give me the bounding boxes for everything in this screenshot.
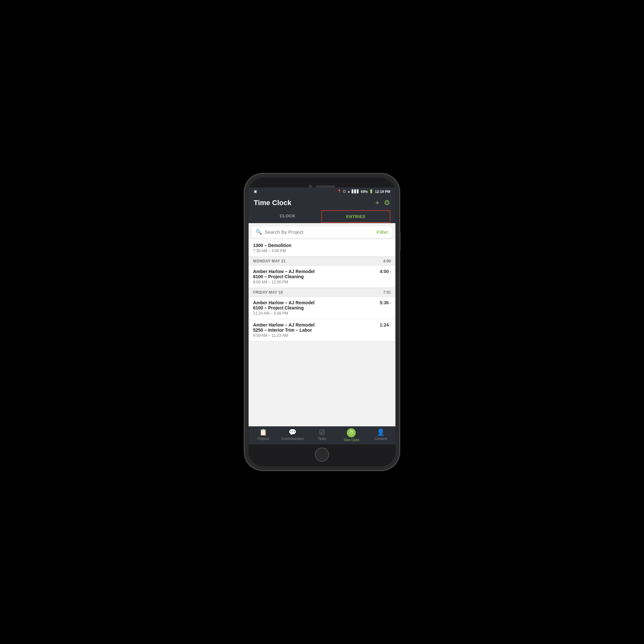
projects-label: Projects	[258, 437, 269, 440]
entry-subtitle: 6100 – Project Cleaning	[253, 274, 380, 279]
entry-info: Amber Harlow – AJ Remodel 6100 – Project…	[253, 300, 380, 316]
entry-title: Amber Harlow – AJ Remodel	[253, 322, 380, 327]
volume-button	[399, 232, 401, 251]
section-date-monday: MONDAY MAY 21	[253, 259, 286, 263]
entry-info: Amber Harlow – AJ Remodel 6100 – Project…	[253, 269, 380, 284]
entry-time: 8:00 AM – 12:00 PM	[253, 280, 380, 284]
nav-item-communication[interactable]: 💬 Communication	[278, 428, 307, 442]
section-header-monday: MONDAY MAY 21 4:00	[249, 257, 395, 266]
tasks-label: Tasks	[318, 437, 326, 440]
nav-item-timeclock[interactable]: ⏱ Time Clock	[337, 428, 366, 442]
location-icon: 📍	[337, 189, 342, 194]
add-button[interactable]: +	[375, 199, 379, 207]
search-icon: 🔍	[256, 229, 262, 235]
header-actions: + ⚙	[375, 199, 390, 207]
bluetooth-icon: ⬡	[343, 190, 346, 193]
home-button[interactable]	[315, 448, 329, 462]
bottom-nav: 📋 Projects 💬 Communication ☑ Tasks ⏱ Tim…	[249, 426, 395, 444]
search-input[interactable]	[265, 229, 374, 235]
communication-icon: 💬	[289, 428, 297, 436]
speaker-bar	[316, 185, 335, 187]
signal-bars: ▋▋▋	[352, 190, 359, 193]
phone-frame: ▣ 📍 ⬡ ▲ ▋▋▋ 69% 🔋 12:19 PM Time Clock + …	[245, 174, 399, 470]
notification-icon: ▣	[254, 189, 257, 194]
chevron-icon: ›	[389, 322, 391, 327]
tab-clock[interactable]: CLOCK	[254, 210, 321, 223]
status-left: ▣	[254, 189, 257, 194]
entry-info: Amber Harlow – AJ Remodel 5250 – Interio…	[253, 322, 380, 338]
camera-dot	[309, 185, 312, 188]
status-right: 📍 ⬡ ▲ ▋▋▋ 69% 🔋 12:19 PM	[337, 189, 390, 194]
entry-row: Amber Harlow – AJ Remodel 5250 – Interio…	[253, 322, 391, 338]
tab-bar: CLOCK ENTRIES	[254, 210, 390, 223]
clock-time: 12:19 PM	[375, 190, 390, 194]
section-total-friday: 7:01	[383, 290, 391, 295]
entry-time: 11:24 AM – 5:00 PM	[253, 311, 380, 316]
list-item[interactable]: Amber Harlow – AJ Remodel 5250 – Interio…	[249, 319, 395, 341]
nav-item-tasks[interactable]: ☑ Tasks	[307, 428, 336, 442]
settings-button[interactable]: ⚙	[384, 199, 390, 207]
search-bar: 🔍 Filter	[252, 226, 392, 238]
nav-item-projects[interactable]: 📋 Projects	[249, 428, 278, 442]
top-entry[interactable]: 1300 – Demolition 7:30 AM – 4:00 PM	[249, 240, 395, 257]
chevron-icon: ›	[389, 269, 391, 274]
list-item[interactable]: Amber Harlow – AJ Remodel 6100 – Project…	[249, 266, 395, 288]
entry-subtitle: 6100 – Project Cleaning	[253, 305, 380, 310]
phone-camera-area	[309, 185, 335, 188]
entry-time: 9:59 AM – 11:23 AM	[253, 333, 380, 338]
phone-screen: ▣ 📍 ⬡ ▲ ▋▋▋ 69% 🔋 12:19 PM Time Clock + …	[249, 178, 395, 466]
list-item[interactable]: Amber Harlow – AJ Remodel 6100 – Project…	[249, 297, 395, 319]
section-total-monday: 4:00	[383, 259, 391, 263]
contacts-icon: 👤	[377, 428, 385, 436]
entry-subtitle: 5250 – Interior Trim – Labor	[253, 327, 380, 333]
timeclock-icon: ⏱	[347, 428, 356, 437]
battery-icon: 🔋	[369, 189, 374, 194]
chevron-icon: ›	[389, 300, 391, 305]
entry-row: Amber Harlow – AJ Remodel 6100 – Project…	[253, 269, 391, 284]
entry-duration: 1:24 ›	[380, 322, 391, 327]
content-area: 🔍 Filter 1300 – Demolition 7:30 AM – 4:0…	[249, 223, 395, 426]
top-entry-time: 7:30 AM – 4:00 PM	[253, 249, 391, 253]
app-header: Time Clock + ⚙ CLOCK ENTRIES	[249, 195, 395, 223]
projects-icon: 📋	[259, 428, 267, 436]
home-button-area	[249, 444, 395, 466]
status-bar: ▣ 📍 ⬡ ▲ ▋▋▋ 69% 🔋 12:19 PM	[249, 187, 395, 195]
entry-row: Amber Harlow – AJ Remodel 6100 – Project…	[253, 300, 391, 316]
tasks-icon: ☑	[319, 428, 325, 436]
top-entry-title: 1300 – Demolition	[253, 243, 391, 248]
communication-label: Communication	[281, 437, 304, 440]
contacts-label: Contacts	[374, 437, 387, 440]
wifi-icon: ▲	[347, 190, 350, 193]
app-title: Time Clock	[254, 199, 291, 207]
entries-list: 1300 – Demolition 7:30 AM – 4:00 PM MOND…	[249, 238, 395, 426]
entry-duration: 4:00 ›	[380, 269, 391, 274]
section-header-friday: FRIDAY MAY 18 7:01	[249, 288, 395, 297]
entry-title: Amber Harlow – AJ Remodel	[253, 300, 380, 305]
section-date-friday: FRIDAY MAY 18	[253, 290, 283, 295]
nav-item-contacts[interactable]: 👤 Contacts	[366, 428, 395, 442]
filter-button[interactable]: Filter	[376, 229, 388, 235]
entry-title: Amber Harlow – AJ Remodel	[253, 269, 380, 274]
tab-entries[interactable]: ENTRIES	[321, 210, 390, 223]
timeclock-label: Time Clock	[343, 438, 359, 442]
entry-duration: 5:36 ›	[380, 300, 391, 305]
battery-percent: 69%	[361, 190, 368, 194]
header-row: Time Clock + ⚙	[254, 199, 390, 207]
